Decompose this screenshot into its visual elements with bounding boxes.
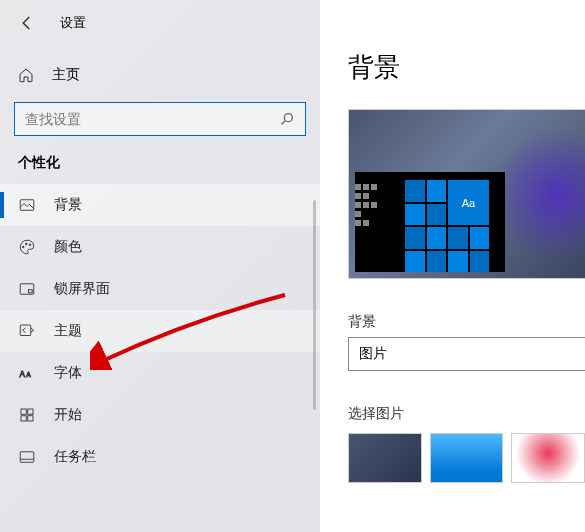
sidebar-item-taskbar[interactable]: 任务栏 — [0, 436, 320, 478]
svg-rect-7 — [20, 325, 31, 336]
svg-rect-11 — [28, 409, 33, 414]
sidebar-item-background[interactable]: 背景 — [0, 184, 320, 226]
back-icon[interactable] — [18, 14, 36, 32]
svg-rect-10 — [21, 409, 26, 414]
window-title: 设置 — [60, 14, 86, 32]
svg-point-4 — [29, 244, 31, 246]
picture-thumbnail[interactable] — [430, 433, 504, 483]
sidebar-item-colors[interactable]: 颜色 — [0, 226, 320, 268]
desktop-preview: Aa — [348, 109, 585, 279]
page-title: 背景 — [348, 50, 585, 85]
palette-icon — [18, 238, 36, 256]
sidebar-item-label: 字体 — [54, 364, 82, 382]
search-icon — [279, 111, 295, 127]
home-icon — [18, 67, 34, 83]
dropdown-value: 图片 — [359, 345, 387, 363]
scrollbar[interactable] — [313, 200, 316, 410]
sidebar-item-label: 颜色 — [54, 238, 82, 256]
themes-icon — [18, 322, 36, 340]
background-dropdown[interactable]: 图片 — [348, 337, 585, 371]
fonts-icon: AA — [18, 364, 36, 382]
picture-thumbnails — [348, 433, 585, 483]
sidebar-item-lockscreen[interactable]: 锁屏界面 — [0, 268, 320, 310]
search-input[interactable] — [25, 111, 279, 127]
search-box[interactable] — [14, 102, 306, 136]
choose-picture-label: 选择图片 — [348, 405, 585, 423]
taskbar-icon — [18, 448, 36, 466]
preview-sample-text: Aa — [448, 180, 489, 225]
svg-point-2 — [23, 246, 25, 248]
sidebar-item-label: 锁屏界面 — [54, 280, 110, 298]
sidebar-item-label: 开始 — [54, 406, 82, 424]
svg-rect-14 — [20, 452, 34, 463]
picture-thumbnail[interactable] — [511, 433, 585, 483]
sidebar-item-fonts[interactable]: AA 字体 — [0, 352, 320, 394]
sidebar-item-label: 任务栏 — [54, 448, 96, 466]
topbar: 设置 — [0, 6, 320, 40]
svg-rect-12 — [21, 416, 26, 421]
svg-point-0 — [284, 114, 292, 122]
svg-rect-13 — [28, 416, 33, 421]
sidebar-item-label: 主题 — [54, 322, 82, 340]
background-label: 背景 — [348, 313, 585, 331]
svg-rect-6 — [29, 290, 33, 293]
picture-thumbnail[interactable] — [348, 433, 422, 483]
lockscreen-icon — [18, 280, 36, 298]
sidebar-item-label: 背景 — [54, 196, 82, 214]
section-header: 个性化 — [0, 150, 320, 184]
content-area: 背景 Aa 背景 图片 选择图片 — [320, 0, 585, 532]
sidebar: 设置 主页 个性化 背景 颜色 锁屏界面 主题 AA 字体 开始 任务栏 — [0, 0, 320, 532]
sidebar-item-start[interactable]: 开始 — [0, 394, 320, 436]
home-label: 主页 — [52, 66, 80, 84]
svg-text:A: A — [26, 371, 31, 378]
start-icon — [18, 406, 36, 424]
image-icon — [18, 196, 36, 214]
svg-point-3 — [26, 243, 28, 245]
svg-text:A: A — [20, 370, 26, 379]
sidebar-item-themes[interactable]: 主题 — [0, 310, 320, 352]
home-button[interactable]: 主页 — [0, 56, 320, 94]
